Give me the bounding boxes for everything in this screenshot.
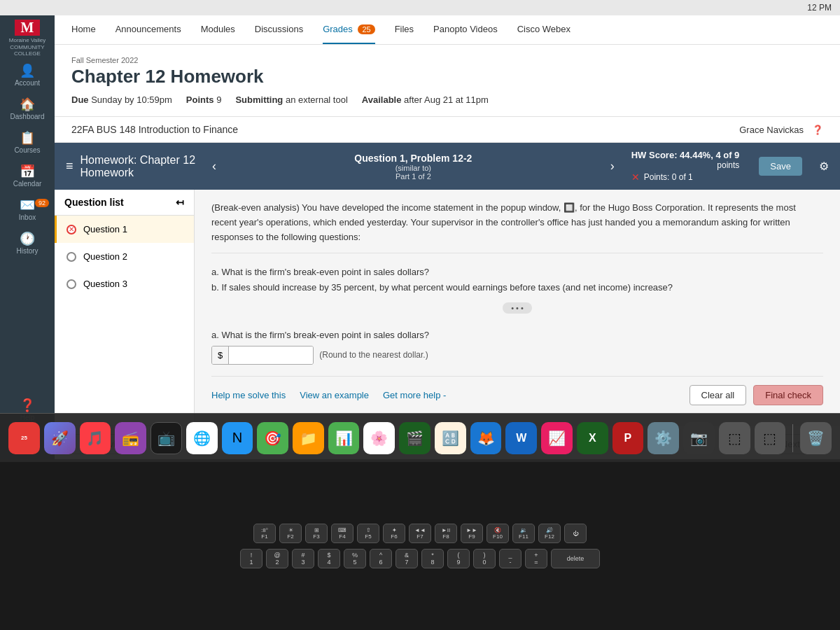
inbox-icon: ✉️ (20, 199, 35, 211)
nav-grades[interactable]: Grades 25 (323, 15, 375, 44)
final-check-button[interactable]: Final check (753, 385, 823, 405)
key-power[interactable]: ⏻ (564, 524, 587, 543)
dock-safari[interactable]: 🦊 (470, 422, 502, 454)
key-f11[interactable]: 🔉F11 (512, 524, 535, 543)
key-delete[interactable]: delete (551, 549, 600, 568)
dock-music[interactable]: 🎵 (80, 422, 111, 454)
question-b: b. If sales should increase by 35 percen… (211, 280, 823, 295)
course-info-bar: 22FA BUS 148 Introduction to Finance Gra… (55, 117, 840, 143)
key-at[interactable]: @2 (266, 549, 288, 568)
key-f6[interactable]: ✦F6 (383, 524, 405, 543)
sidebar-item-courses[interactable]: 📋 Courses (0, 126, 55, 160)
sidebar-item-account[interactable]: 👤 Account (0, 59, 55, 92)
key-star[interactable]: *8 (421, 549, 444, 568)
nav-home[interactable]: Home (71, 15, 96, 44)
system-time: 12 PM (807, 3, 832, 13)
nav-announcements[interactable]: Announcements (115, 15, 181, 44)
collapse-icon[interactable]: ↤ (176, 197, 184, 208)
key-f4[interactable]: ⌨F4 (331, 524, 354, 543)
key-rparen[interactable]: )0 (473, 549, 496, 568)
sidebar-item-calendar[interactable]: 📅 Calendar (0, 160, 55, 193)
key-f2[interactable]: ☀F2 (279, 524, 302, 543)
dock-appletv[interactable]: 📺 (150, 422, 182, 454)
nav-modules[interactable]: Modules (201, 15, 235, 44)
dock-trash[interactable]: 🗑️ (800, 422, 832, 454)
expand-dots[interactable]: • • • (503, 302, 532, 314)
dock-divider (792, 424, 793, 452)
question-item-3[interactable]: Question 3 (55, 270, 194, 298)
hw-question-title: Question 1, Problem 12-2 (233, 153, 594, 164)
question-item-1[interactable]: Question 1 (55, 216, 194, 243)
nav-panopto[interactable]: Panopto Videos (433, 15, 498, 44)
dock-app2[interactable]: 🔠 (435, 422, 466, 454)
sidebar-item-dashboard[interactable]: 🏠 Dashboard (0, 92, 55, 126)
key-percent[interactable]: %5 (344, 549, 366, 568)
key-exclaim[interactable]: !1 (240, 549, 262, 568)
hw-score-section: HW Score: 44.44%, 4 of 9 points ✕ Points… (631, 150, 740, 183)
help-me-solve-link[interactable]: Help me solve this (211, 390, 286, 400)
dock-calendar[interactable]: 25 (8, 422, 40, 454)
save-button[interactable]: Save (759, 157, 802, 176)
key-minus[interactable]: _- (499, 549, 522, 568)
sidebar-label-history: History (16, 247, 38, 255)
key-f12[interactable]: 🔊F12 (538, 524, 561, 543)
hw-menu-icon[interactable]: ≡ (66, 159, 74, 174)
key-f5[interactable]: ⇧F5 (357, 524, 379, 543)
settings-icon[interactable]: ⚙ (819, 160, 829, 173)
key-f10[interactable]: 🔇F10 (486, 524, 509, 543)
canvas-app: M Moraine ValleyCOMMUNITY COLLEGE 👤 Acco… (0, 15, 840, 459)
help-icon: ❓ (20, 399, 35, 412)
key-esc[interactable]: :8°F1 (253, 524, 276, 543)
dock-app1[interactable]: 🎯 (257, 422, 288, 454)
dock-next-app[interactable]: ⬚ (755, 422, 786, 454)
key-plus[interactable]: += (525, 549, 547, 568)
key-dollar[interactable]: $4 (318, 549, 340, 568)
view-example-link[interactable]: View an example (300, 390, 369, 400)
nav-cisco[interactable]: Cisco Webex (517, 15, 570, 44)
dock-facetime[interactable]: 🎬 (399, 422, 430, 454)
dock-podcasts[interactable]: 📻 (115, 422, 146, 454)
key-caret[interactable]: ^6 (370, 549, 392, 568)
dock-photos[interactable]: 🌸 (363, 422, 395, 454)
question-item-2[interactable]: Question 2 (55, 243, 194, 270)
answer-input-row: $ (Round to the nearest dollar.) (211, 346, 823, 365)
hw-prev-btn[interactable]: ‹ (206, 156, 222, 176)
clear-all-button[interactable]: Clear all (690, 385, 747, 405)
dock-launchpad[interactable]: 🚀 (44, 422, 76, 454)
dock-excel[interactable]: X (577, 422, 608, 454)
hw-body: Question list ↤ Question 1 Question 2 (55, 190, 840, 425)
hw-title-section: ≡ Homework: Chapter 12 Homework (66, 154, 195, 179)
key-f8[interactable]: ►IIF8 (435, 524, 457, 543)
dock-pulse[interactable]: 📈 (541, 422, 573, 454)
key-lparen[interactable]: (9 (447, 549, 470, 568)
key-f3[interactable]: ⊞F3 (305, 524, 328, 543)
sidebar-item-history[interactable]: 🕐 History (0, 227, 55, 260)
help-question-icon[interactable]: ❓ (812, 125, 823, 135)
dock-camera[interactable]: 📷 (683, 422, 715, 454)
dock-chrome[interactable]: 🌐 (186, 422, 218, 454)
dock-prev-app[interactable]: ⬚ (719, 422, 750, 454)
dock-word[interactable]: W (505, 422, 537, 454)
answer-input-field[interactable] (229, 346, 313, 364)
dock-finder[interactable]: N (222, 422, 253, 454)
nav-files[interactable]: Files (395, 15, 414, 44)
dock-files[interactable]: 📁 (293, 422, 324, 454)
hw-next-btn[interactable]: › (605, 156, 620, 176)
question-content-panel: (Break-even analysis) You have developed… (195, 190, 840, 425)
nav-discussions[interactable]: Discussions (255, 15, 303, 44)
dock-powerpoint[interactable]: P (612, 422, 644, 454)
history-icon: 🕐 (20, 232, 35, 245)
dock-system-prefs[interactable]: ⚙️ (648, 422, 679, 454)
key-amp[interactable]: &7 (396, 549, 418, 568)
chapter-header: Fall Semester 2022 Chapter 12 Homework D… (55, 45, 840, 117)
key-hash[interactable]: #3 (292, 549, 314, 568)
logo-text: Moraine ValleyCOMMUNITY COLLEGE (6, 37, 48, 57)
dock-numbers[interactable]: 📊 (328, 422, 360, 454)
question-list-title: Question list (64, 197, 124, 208)
key-f7[interactable]: ◄◄F7 (409, 524, 431, 543)
get-more-help-link[interactable]: Get more help - (383, 390, 446, 400)
sidebar-item-inbox[interactable]: ✉️ 92 Inbox (0, 193, 55, 227)
hw-header: ≡ Homework: Chapter 12 Homework ‹ Questi… (55, 143, 840, 190)
key-f9[interactable]: ►►F9 (461, 524, 483, 543)
keyboard-row-numbers: !1 @2 #3 $4 %5 ^6 &7 *8 (9 )0 _- += dele… (240, 549, 600, 568)
